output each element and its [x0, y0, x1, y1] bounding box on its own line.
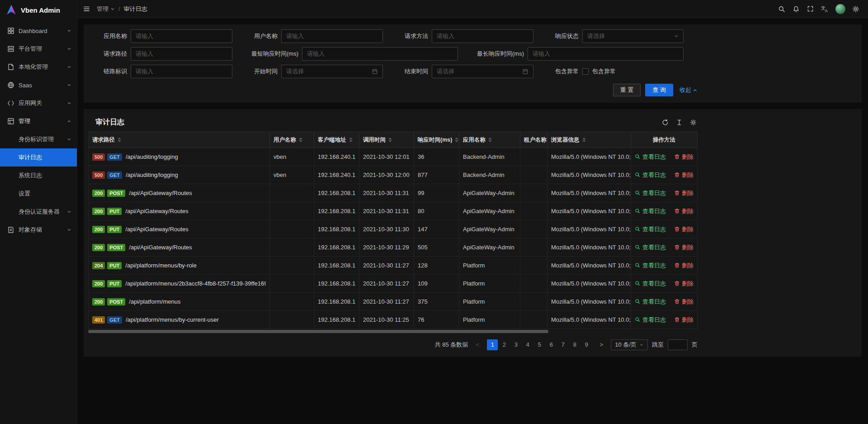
- request-path-input[interactable]: 请输入: [131, 47, 232, 61]
- delete-button[interactable]: 删除: [674, 316, 693, 324]
- table-row[interactable]: 200POST/api/platform/menus192.168.208.12…: [88, 293, 698, 311]
- delete-button[interactable]: 删除: [674, 189, 693, 197]
- sidebar-item-object-storage[interactable]: 对象存储: [0, 221, 77, 239]
- page-button-6[interactable]: 6: [546, 339, 557, 350]
- breadcrumb-item[interactable]: 管理: [97, 5, 115, 13]
- view-log-button[interactable]: 查看日志: [635, 280, 666, 288]
- next-page-button[interactable]: >: [596, 339, 607, 350]
- collapse-button[interactable]: 收起: [679, 86, 698, 94]
- sidebar-item-saas[interactable]: Saas: [0, 76, 77, 94]
- locale-translate-icon[interactable]: 文A: [819, 3, 831, 15]
- page-button-7[interactable]: 7: [557, 339, 568, 350]
- http-method-input[interactable]: 请输入: [432, 29, 533, 43]
- notification-bell-icon[interactable]: [790, 3, 802, 15]
- max-response-time-input[interactable]: 请输入: [528, 47, 684, 61]
- table-row[interactable]: 401GET/api/platform/menus/by-current-use…: [88, 311, 698, 329]
- refresh-icon[interactable]: [662, 119, 669, 126]
- column-header-actions[interactable]: 操作方法: [631, 132, 698, 148]
- column-header-request-path[interactable]: 请求路径: [88, 132, 270, 148]
- query-button[interactable]: 查 询: [645, 84, 673, 96]
- avatar[interactable]: [835, 4, 845, 14]
- view-log-button[interactable]: 查看日志: [635, 189, 666, 197]
- column-header-client-address[interactable]: 客户端地址: [314, 132, 359, 148]
- delete-button[interactable]: 删除: [674, 243, 693, 252]
- trace-id-input[interactable]: 请输入: [131, 65, 232, 78]
- sidebar-item-audit-log[interactable]: 审计日志: [0, 148, 77, 167]
- has-exception-checkbox[interactable]: 包含异常: [582, 67, 616, 76]
- menu-fold-icon[interactable]: [81, 3, 92, 14]
- delete-button[interactable]: 删除: [674, 298, 693, 306]
- delete-button[interactable]: 删除: [674, 280, 693, 288]
- checkbox-icon[interactable]: [582, 68, 589, 75]
- view-log-button[interactable]: 查看日志: [635, 153, 666, 161]
- column-header-response-time[interactable]: 响应时间(ms): [414, 132, 459, 148]
- sort-icon[interactable]: [455, 138, 458, 142]
- row-height-icon[interactable]: [676, 119, 683, 126]
- delete-button[interactable]: 删除: [674, 153, 693, 161]
- delete-button[interactable]: 删除: [674, 225, 693, 233]
- min-response-time-input[interactable]: 请输入: [302, 47, 458, 61]
- page-button-9[interactable]: 9: [581, 339, 592, 350]
- table-row[interactable]: 204PUT/api/platform/menus/by-role192.168…: [88, 257, 698, 275]
- sidebar-item-dashboard[interactable]: Dashboard: [0, 22, 77, 40]
- logo[interactable]: Vben Admin: [0, 0, 77, 20]
- reset-button[interactable]: 重 置: [613, 84, 641, 96]
- fullscreen-icon[interactable]: [805, 3, 816, 14]
- sidebar-item-auth-server[interactable]: 身份认证服务器: [0, 203, 77, 221]
- column-header-tenant-name[interactable]: 租户名称: [520, 132, 547, 148]
- prev-page-button[interactable]: <: [472, 339, 483, 350]
- start-time-date[interactable]: 请选择: [281, 65, 383, 78]
- sidebar-item-settings[interactable]: 设置: [0, 185, 77, 203]
- sort-icon[interactable]: [388, 138, 392, 142]
- table-row[interactable]: 200POST/api/ApiGateway/Routes192.168.208…: [88, 238, 698, 257]
- delete-button[interactable]: 删除: [674, 262, 693, 270]
- sidebar-item-system-log[interactable]: 系统日志: [0, 167, 77, 185]
- sidebar-item-identity-management[interactable]: 身份标识管理: [0, 130, 77, 148]
- sort-icon[interactable]: [349, 138, 353, 142]
- table-row[interactable]: 200PUT/api/ApiGateway/Routes192.168.208.…: [88, 220, 698, 238]
- sidebar-item-localization[interactable]: 本地化管理: [0, 58, 77, 76]
- page-button-8[interactable]: 8: [569, 339, 580, 350]
- jump-page-input[interactable]: [668, 339, 688, 350]
- page-button-3[interactable]: 3: [510, 339, 521, 350]
- app-name-input[interactable]: 请输入: [131, 29, 232, 43]
- response-status-select[interactable]: 请选择: [582, 29, 684, 43]
- view-log-button[interactable]: 查看日志: [635, 207, 666, 215]
- page-button-1[interactable]: 1: [487, 339, 498, 350]
- sort-icon[interactable]: [299, 138, 302, 142]
- search-icon[interactable]: [776, 3, 788, 15]
- sort-icon[interactable]: [488, 138, 492, 142]
- sidebar-item-platform[interactable]: 平台管理: [0, 40, 77, 58]
- page-button-2[interactable]: 2: [499, 339, 509, 350]
- horizontal-scrollbar[interactable]: [88, 330, 698, 334]
- column-settings-icon[interactable]: [690, 119, 697, 126]
- settings-gear-icon[interactable]: [850, 3, 862, 15]
- page-size-select[interactable]: 10 条/页: [611, 339, 648, 350]
- view-log-button[interactable]: 查看日志: [635, 316, 666, 324]
- delete-button[interactable]: 删除: [674, 207, 693, 215]
- sort-icon[interactable]: [118, 138, 121, 142]
- scrollbar-thumb[interactable]: [88, 330, 548, 333]
- column-header-browser-info[interactable]: 浏览器信息: [547, 132, 631, 148]
- breadcrumb-item[interactable]: 审计日志: [124, 5, 147, 13]
- view-log-button[interactable]: 查看日志: [635, 262, 666, 270]
- view-log-button[interactable]: 查看日志: [635, 243, 666, 252]
- view-log-button[interactable]: 查看日志: [635, 298, 666, 306]
- column-header-call-time[interactable]: 调用时间: [359, 132, 414, 148]
- sidebar-item-gateway[interactable]: 应用网关: [0, 94, 77, 112]
- table-row[interactable]: 500GET/api/auditing/loggingvben192.168.2…: [88, 166, 698, 184]
- sidebar-item-management[interactable]: 管理: [0, 112, 77, 130]
- page-button-4[interactable]: 4: [522, 339, 533, 350]
- view-log-button[interactable]: 查看日志: [635, 171, 666, 179]
- column-header-user-name[interactable]: 用户名称: [270, 132, 314, 148]
- table-row[interactable]: 500GET/api/auditing/loggingvben192.168.2…: [88, 148, 698, 166]
- sort-icon[interactable]: [582, 138, 586, 142]
- view-log-button[interactable]: 查看日志: [635, 225, 666, 233]
- table-row[interactable]: 200PUT/api/platform/menus/2b3accf8-4fb8-…: [88, 275, 698, 293]
- table-row[interactable]: 200PUT/api/ApiGateway/Routes192.168.208.…: [88, 202, 698, 220]
- user-name-input[interactable]: 请输入: [281, 29, 383, 43]
- column-header-app-name[interactable]: 应用名称: [459, 132, 520, 148]
- delete-button[interactable]: 删除: [674, 171, 693, 179]
- page-button-5[interactable]: 5: [534, 339, 545, 350]
- table-row[interactable]: 200POST/api/ApiGateway/Routes192.168.208…: [88, 184, 698, 202]
